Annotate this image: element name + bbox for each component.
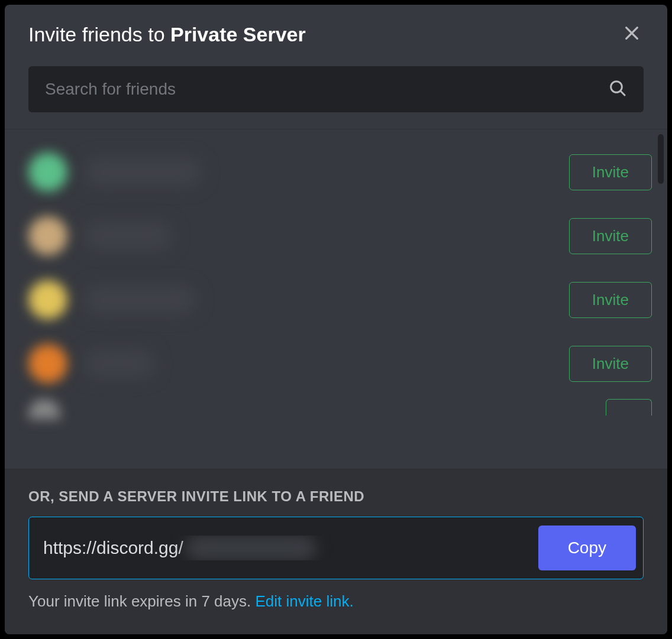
friend-row[interactable]: Invite [28,204,652,268]
friend-row[interactable]: Invite [28,332,652,395]
friend-name-redacted [84,286,196,314]
close-icon [622,24,641,45]
invite-link-redacted [186,536,316,560]
friend-row[interactable]: Invite [28,140,652,204]
invite-link-row: https://discord.gg/ Copy [28,517,644,579]
avatar [28,280,67,319]
invite-friends-modal: Invite friends to Private Server [5,5,667,634]
close-button[interactable] [619,21,645,47]
server-name: Private Server [170,23,306,46]
search-wrapper [28,66,644,112]
friend-name-redacted [84,158,202,186]
friend-name-redacted [84,349,155,378]
invite-link-text[interactable]: https://discord.gg/ [43,536,538,560]
edit-invite-link[interactable]: Edit invite link. [255,592,353,610]
friend-row-partial[interactable] [28,395,652,419]
search-icon [608,79,627,100]
invite-button[interactable]: Invite [569,218,652,254]
invite-button[interactable]: Invite [569,282,652,318]
footer-label: OR, SEND A SERVER INVITE LINK TO A FRIEN… [28,488,644,505]
title-prefix: Invite friends to [28,23,170,46]
friend-row[interactable]: Invite [28,268,652,332]
modal-header: Invite friends to Private Server [5,5,667,129]
friend-list[interactable]: InviteInviteInviteInvite [5,129,667,469]
avatar [28,216,67,255]
invite-button[interactable]: Invite [569,154,652,190]
svg-line-3 [621,92,625,96]
avatar [28,399,60,419]
friend-name-redacted [84,222,173,250]
modal-title: Invite friends to Private Server [28,21,644,47]
expire-row: Your invite link expires in 7 days. Edit… [28,592,644,611]
expire-text: Your invite link expires in 7 days. [28,592,255,610]
friend-list-container: InviteInviteInviteInvite [5,129,667,469]
search-input[interactable] [45,80,608,99]
avatar [28,344,67,383]
scrollbar-thumb[interactable] [658,134,664,184]
avatar [28,153,67,192]
modal-footer: OR, SEND A SERVER INVITE LINK TO A FRIEN… [5,469,667,634]
invite-link-visible: https://discord.gg/ [43,538,183,558]
copy-button[interactable]: Copy [538,526,636,570]
invite-button[interactable]: Invite [569,346,652,382]
invite-button[interactable] [606,399,652,416]
